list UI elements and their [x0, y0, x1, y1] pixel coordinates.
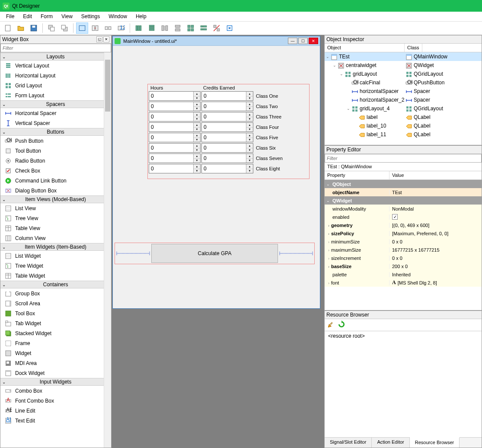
hours-spinbox-6[interactable]: 0▲▼ — [149, 154, 201, 163]
credits-spinbox-7[interactable]: 0▲▼ — [201, 164, 253, 173]
edit-widgets-button[interactable] — [76, 22, 88, 34]
category-item-views-model-based-[interactable]: ⌄Item Views (Model-Based) — [0, 195, 104, 203]
dock-close-button[interactable]: ✕ — [103, 36, 109, 42]
prop-group-qobject[interactable]: ⌄QObject — [325, 180, 482, 188]
hours-spinbox-2[interactable]: 0▲▼ — [149, 112, 201, 122]
widget-dialog-button-box[interactable]: Dialog Button Box — [0, 186, 104, 195]
widget-tool-box[interactable]: Tool Box — [0, 308, 104, 318]
object-gridLayout_4[interactable]: ⌄gridLayout_4QGridLayout — [325, 104, 482, 113]
widget-mdi-area[interactable]: MDI Area — [0, 358, 104, 368]
layout-vertical-splitter-button[interactable] — [172, 22, 184, 34]
layout-form-button[interactable] — [198, 22, 210, 34]
category-layouts[interactable]: ⌄Layouts — [0, 53, 104, 61]
credits-spinbox-6[interactable]: 0▲▼ — [201, 154, 253, 163]
widget-widget[interactable]: Widget — [0, 348, 104, 358]
object-label_11[interactable]: label_11QLabel — [325, 130, 482, 139]
credits-spinbox-0[interactable]: 0▲▼ — [201, 91, 253, 101]
widget-font-combo-box[interactable]: AFont Combo Box — [0, 396, 104, 406]
menu-help[interactable]: Help — [131, 12, 151, 21]
widget-dock-widget[interactable]: Dock Widget — [0, 368, 104, 378]
credits-spinbox-1[interactable]: 0▲▼ — [201, 102, 253, 111]
menu-view[interactable]: View — [57, 12, 77, 21]
horizontal-spacer-2[interactable] — [279, 251, 313, 256]
tab-action-editor[interactable]: Action Editor — [372, 438, 409, 448]
widget-command-link-button[interactable]: Command Link Button — [0, 176, 104, 186]
save-button[interactable] — [28, 22, 40, 34]
widget-grid-layout[interactable]: Grid Layout — [0, 80, 104, 90]
resource-tree[interactable]: <resource root> — [325, 331, 482, 437]
widget-line-edit[interactable]: ABILine Edit — [0, 406, 104, 416]
layout-grid-button[interactable] — [185, 22, 197, 34]
widget-text-edit[interactable]: AIText Edit — [0, 416, 104, 426]
widget-tree-view[interactable]: Tree View — [0, 213, 104, 223]
widget-form-layout[interactable]: Form Layout — [0, 90, 104, 100]
prop-geometry[interactable]: geometry[(0, 0), 469 x 600] — [325, 221, 482, 229]
hours-spinbox-5[interactable]: 0▲▼ — [149, 143, 201, 153]
tab-resource-browser[interactable]: Resource Browser — [410, 437, 460, 448]
open-button[interactable] — [15, 22, 27, 34]
form-window-titlebar[interactable]: MainWindow - untitled.ui* — ☐ ✕ — [113, 36, 320, 46]
credits-spinbox-4[interactable]: 0▲▼ — [201, 133, 253, 142]
widget-box-scrollbar[interactable] — [104, 52, 111, 448]
bring-to-front-button[interactable] — [58, 22, 70, 34]
prop-maximumSize[interactable]: maximumSize16777215 x 16777215 — [325, 246, 482, 254]
tab-signal-slot-editor[interactable]: Signal/Slot Editor — [325, 438, 372, 448]
layout-horizontal-button[interactable] — [133, 22, 145, 34]
widget-table-widget[interactable]: Table Widget — [0, 271, 104, 281]
gridlayout-outline[interactable]: Calculate GPA — [115, 243, 315, 264]
new-form-button[interactable] — [2, 22, 14, 34]
prop-windowModality[interactable]: windowModalityNonModal — [325, 205, 482, 213]
widget-box-filter-input[interactable] — [0, 44, 111, 52]
object-label[interactable]: labelQLabel — [325, 113, 482, 122]
hours-spinbox-0[interactable]: 0▲▼ — [149, 91, 201, 101]
menu-form[interactable]: Form — [36, 12, 57, 21]
layout-horizontal-splitter-button[interactable] — [159, 22, 171, 34]
widget-horizontal-layout[interactable]: Horizontal Layout — [0, 70, 104, 80]
credits-spinbox-2[interactable]: 0▲▼ — [201, 112, 253, 122]
object-centralwidget[interactable]: ⌄centralwidgetQWidget — [325, 61, 482, 70]
prop-group-qwidget[interactable]: ⌄QWidget — [325, 196, 482, 205]
menu-settings[interactable]: Settings — [77, 12, 104, 21]
dock-float-button[interactable]: ◱ — [96, 36, 102, 42]
credits-spinbox-3[interactable]: 0▲▼ — [201, 122, 253, 132]
object-horizontalSpacer[interactable]: horizontalSpacerSpacer — [325, 87, 482, 96]
object-label_10[interactable]: label_10QLabel — [325, 122, 482, 130]
category-item-widgets-item-based-[interactable]: ⌄Item Widgets (Item-Based) — [0, 243, 104, 251]
widget-radio-button[interactable]: Radio Button — [0, 156, 104, 166]
prop-enabled[interactable]: enabled✓ — [325, 213, 482, 221]
prop-baseSize[interactable]: baseSize200 x 0 — [325, 262, 482, 270]
widget-list-view[interactable]: List View — [0, 203, 104, 213]
credits-spinbox-5[interactable]: 0▲▼ — [201, 143, 253, 153]
form-canvas[interactable]: Hours Credits Earned 0▲▼0▲▼Class One0▲▼0… — [113, 46, 320, 308]
object-horizontalSpacer_2[interactable]: horizontalSpacer_2Spacer — [325, 96, 482, 104]
hours-spinbox-4[interactable]: 0▲▼ — [149, 133, 201, 142]
menu-file[interactable]: File — [2, 12, 19, 21]
calculate-gpa-button[interactable]: Calculate GPA — [151, 244, 278, 263]
widget-list-widget[interactable]: List Widget — [0, 251, 104, 261]
prop-sizePolicy[interactable]: sizePolicy[Maximum, Preferred, 0, 0] — [325, 229, 482, 237]
widget-check-box[interactable]: Check Box — [0, 166, 104, 176]
gridlayout4-outline[interactable]: Hours Credits Earned 0▲▼0▲▼Class One0▲▼0… — [147, 84, 310, 179]
edit-tab-order-button[interactable]: 12 — [115, 22, 127, 34]
edit-buddies-button[interactable] — [102, 22, 114, 34]
widget-frame[interactable]: Frame — [0, 338, 104, 348]
widget-push-button[interactable]: OKPush Button — [0, 136, 104, 146]
widget-scroll-area[interactable]: Scroll Area — [0, 298, 104, 308]
layout-vertical-button[interactable] — [146, 22, 158, 34]
widget-horizontal-spacer[interactable]: Horizontal Spacer — [0, 108, 104, 118]
widget-vertical-layout[interactable]: Vertical Layout — [0, 61, 104, 70]
widget-group-box[interactable]: Group Box — [0, 288, 104, 298]
hours-spinbox-3[interactable]: 0▲▼ — [149, 122, 201, 132]
property-filter-input[interactable] — [325, 154, 482, 163]
widget-tab-widget[interactable]: Tab Widget — [0, 318, 104, 328]
horizontal-spacer[interactable] — [116, 251, 150, 256]
object-tree[interactable]: ⌄TEstQMainWindow⌄centralwidgetQWidget⌄gr… — [325, 52, 482, 145]
prop-objectName[interactable]: objectNameTEst — [325, 188, 482, 196]
edit-signals-button[interactable] — [89, 22, 101, 34]
widget-combo-box[interactable]: Combo Box — [0, 386, 104, 396]
category-spacers[interactable]: ⌄Spacers — [0, 100, 104, 108]
object-gridLayout[interactable]: ⌄gridLayoutQGridLayout — [325, 70, 482, 78]
edit-resources-button[interactable] — [327, 320, 335, 330]
minimize-button[interactable]: — — [288, 38, 297, 44]
adjust-size-button[interactable] — [223, 22, 236, 34]
